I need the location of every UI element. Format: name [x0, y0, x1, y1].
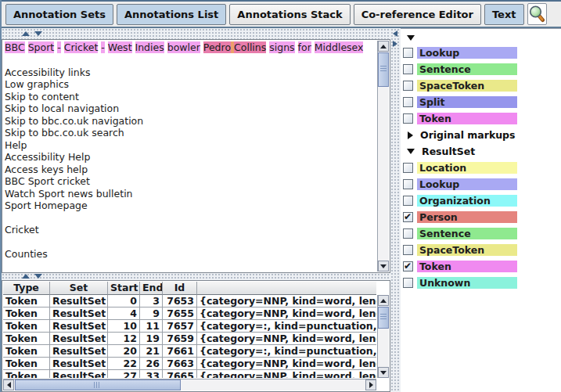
scroll-right-button[interactable]	[365, 379, 376, 390]
table-cell: Token	[3, 345, 50, 358]
toolbar-button-annotations-stack[interactable]: Annotations Stack	[229, 4, 350, 25]
split-type-label[interactable]: Split	[417, 96, 517, 108]
column-header[interactable]: Id	[163, 282, 197, 295]
collapse-up-icon[interactable]	[22, 31, 30, 36]
toolbar-button-co-reference-editor[interactable]: Co-reference Editor	[354, 4, 481, 25]
spacetoken-checkbox[interactable]	[403, 245, 413, 255]
toolbar-button-text[interactable]: Text	[484, 4, 524, 25]
scroll-down-button[interactable]	[378, 367, 389, 378]
sentence-type-label[interactable]: Sentence	[417, 63, 517, 75]
token-type-label[interactable]: Token	[417, 261, 517, 272]
magnifier-icon	[528, 5, 545, 23]
table-row[interactable]: TokenResultSet10117657{category=:, kind=…	[3, 320, 376, 333]
lookup-type-label[interactable]: Lookup	[417, 178, 517, 190]
unknown-checkbox[interactable]	[403, 278, 413, 288]
document-text[interactable]: BBC Sport - Cricket - West Indies bowler…	[3, 41, 376, 272]
sentence-type-label[interactable]: Sentence	[417, 228, 517, 239]
table-row[interactable]: TokenResultSet12197659{category=NNP, kin…	[3, 333, 376, 345]
text-scrollbar-thumb[interactable]	[378, 52, 389, 87]
table-row[interactable]: TokenResultSet22267663{category=NNP, kin…	[3, 358, 376, 370]
toolbar-button-annotations-list[interactable]: Annotations List	[117, 4, 226, 25]
unknown-type-label[interactable]: Unknown	[417, 277, 517, 289]
chevron-down-icon[interactable]	[407, 149, 415, 154]
token-highlight[interactable]: Middlesex	[315, 41, 364, 53]
split-divider-middle[interactable]	[2, 273, 390, 280]
token-checkbox[interactable]	[403, 261, 413, 272]
person-token-highlight[interactable]: Pedro	[203, 41, 231, 53]
scroll-up-button[interactable]	[378, 295, 389, 306]
spacetoken-type-label[interactable]: SpaceToken	[417, 244, 517, 256]
toolbar-button-annotation-sets[interactable]: Annotation Sets	[5, 4, 113, 25]
collapse-up-icon[interactable]	[22, 274, 30, 279]
organization-checkbox[interactable]	[403, 196, 413, 206]
resultset-expander[interactable]: ResultSet	[401, 143, 561, 160]
sentence-checkbox[interactable]	[403, 64, 413, 74]
lookup-checkbox[interactable]	[403, 48, 413, 58]
column-header[interactable]: Type	[3, 282, 50, 295]
document-line: Cricket	[5, 224, 375, 236]
collapse-down-icon[interactable]	[34, 274, 42, 279]
gate-document-editor-window: Annotation SetsAnnotations ListAnnotatio…	[0, 0, 561, 392]
token-highlight[interactable]: for	[298, 41, 311, 53]
person-token-highlight[interactable]: Collins	[234, 41, 266, 53]
token-checkbox[interactable]	[403, 113, 413, 124]
column-header[interactable]: Set	[50, 282, 108, 295]
scroll-down-button[interactable]	[378, 261, 389, 272]
table-row[interactable]: TokenResultSet037653{category=NNP, kind=…	[3, 295, 376, 307]
column-header[interactable]: End	[140, 282, 163, 295]
spacetoken-checkbox[interactable]	[403, 81, 413, 91]
search-button[interactable]	[527, 3, 547, 25]
split-divider-top[interactable]	[2, 28, 390, 39]
token-highlight[interactable]: Cricket	[64, 41, 99, 53]
table-cell: 27	[108, 370, 140, 378]
original-markups-expander[interactable]: Original markups	[401, 127, 561, 143]
scroll-up-button[interactable]	[378, 41, 389, 52]
table-cell: 12	[108, 333, 140, 345]
table-scrollbar-thumb[interactable]	[378, 307, 389, 329]
token-highlight[interactable]: -	[101, 41, 105, 53]
token-highlight[interactable]: signs	[269, 41, 294, 53]
table-row[interactable]: TokenResultSet497655{category=NNP, kind=…	[3, 307, 376, 320]
token-highlight[interactable]: Indies	[135, 41, 164, 53]
location-checkbox[interactable]	[403, 163, 413, 173]
table-cell: 4	[108, 307, 140, 320]
collapse-down-icon[interactable]	[34, 31, 42, 36]
collapse-left-icon[interactable]	[393, 31, 397, 37]
table-horizontal-scrollbar[interactable]	[3, 379, 376, 390]
person-checkbox[interactable]	[403, 212, 413, 222]
text-vertical-scrollbar[interactable]	[377, 41, 389, 272]
token-highlight[interactable]: West	[108, 41, 132, 53]
toolbar: Annotation SetsAnnotations ListAnnotatio…	[2, 2, 561, 28]
table-row[interactable]: TokenResultSet27337665{category=NNP, kin…	[3, 370, 376, 378]
token-type-label[interactable]: Token	[417, 113, 517, 124]
column-header[interactable]	[197, 282, 376, 295]
default-set-expander[interactable]	[401, 31, 561, 45]
split-divider-vertical[interactable]	[390, 28, 401, 392]
chevron-down-icon[interactable]	[407, 35, 415, 41]
table-hscrollbar-thumb[interactable]	[15, 379, 181, 390]
scroll-left-button[interactable]	[3, 379, 14, 390]
sentence-checkbox[interactable]	[403, 228, 413, 239]
token-highlight[interactable]: BBC	[5, 41, 25, 53]
document-line: Low graphics	[5, 78, 375, 91]
split-checkbox[interactable]	[403, 97, 413, 107]
table-cell: Token	[3, 358, 50, 370]
column-header[interactable]: Start	[108, 282, 140, 295]
spacetoken-type-label[interactable]: SpaceToken	[417, 80, 517, 92]
organization-type-label[interactable]: Organization	[417, 195, 517, 207]
table-cell: {category=NNP, kind=word, leng	[197, 295, 376, 307]
table-cell: 7661	[163, 345, 197, 358]
annotation-sets-pane: LookupSentenceSpaceTokenSplitToken Origi…	[401, 28, 561, 392]
chevron-right-icon[interactable]	[408, 131, 413, 139]
table-cell: {category=NNP, kind=word, leng	[197, 358, 376, 370]
token-highlight[interactable]: Sport	[28, 41, 55, 53]
location-type-label[interactable]: Location	[417, 162, 517, 174]
lookup-checkbox[interactable]	[403, 179, 413, 189]
token-highlight[interactable]: -	[57, 41, 61, 53]
collapse-right-icon[interactable]	[393, 41, 397, 47]
table-vertical-scrollbar[interactable]	[377, 295, 389, 378]
table-row[interactable]: TokenResultSet20217661{category=:, kind=…	[3, 345, 376, 358]
person-type-label[interactable]: Person	[417, 211, 517, 223]
token-highlight[interactable]: bowler	[167, 41, 200, 53]
lookup-type-label[interactable]: Lookup	[417, 47, 517, 59]
